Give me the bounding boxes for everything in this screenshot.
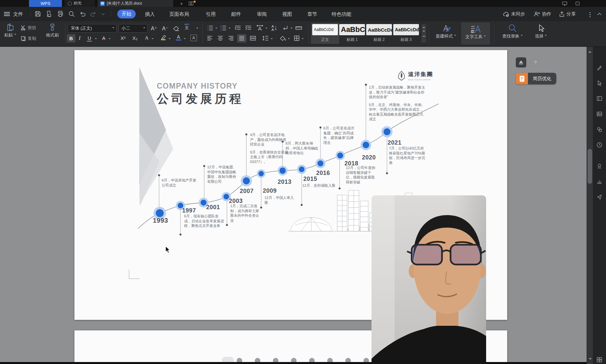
grow-font-button[interactable]: A⁺ <box>151 25 157 32</box>
cut-icon[interactable] <box>20 25 26 31</box>
share-send-icon[interactable] <box>596 194 603 200</box>
pinyin-guide-button[interactable]: wén 文 <box>184 23 189 30</box>
character-scale-caret[interactable] <box>265 28 267 30</box>
ribbon-tab-references[interactable]: 引用 <box>206 7 216 21</box>
font-size-select[interactable]: 小二 <box>119 24 148 33</box>
increase-indent-icon[interactable] <box>245 25 252 31</box>
ribbon-tab-mailings[interactable]: 邮件 <box>231 7 241 21</box>
shrink-font-button[interactable]: A⁻ <box>162 25 168 32</box>
select-button[interactable]: 选择 <box>531 24 551 39</box>
justify-button[interactable] <box>237 34 246 42</box>
strikethrough-button[interactable]: A <box>102 35 105 41</box>
align-right-icon[interactable] <box>228 36 234 41</box>
scrollbar-thumb[interactable] <box>588 149 592 184</box>
line-spacing-icon[interactable] <box>262 36 269 41</box>
image-tool-icon[interactable] <box>596 111 603 117</box>
font-color-button[interactable]: A <box>176 34 181 41</box>
hamburger-menu-icon[interactable] <box>4 12 10 16</box>
chart-tool-icon[interactable] <box>596 178 603 185</box>
bold-button[interactable]: B <box>67 34 75 42</box>
underline-caret[interactable] <box>95 38 97 40</box>
sort-icon[interactable] <box>271 25 277 31</box>
style-card-heading2[interactable]: AaBbCcDd <box>366 24 392 35</box>
numbered-list-icon[interactable] <box>220 25 227 31</box>
split-view-icon[interactable] <box>188 1 194 6</box>
styles-scroll-strip[interactable] <box>422 24 426 42</box>
numbered-list-caret[interactable] <box>229 28 231 30</box>
screen-cast-icon[interactable] <box>562 1 567 6</box>
upload-eject-button[interactable] <box>516 57 526 68</box>
paste-button[interactable]: 粘贴 <box>3 23 18 38</box>
tab-ruler-icon[interactable] <box>295 25 302 31</box>
wps-home-tab[interactable]: WPS <box>29 0 62 7</box>
decrease-indent-icon[interactable] <box>234 25 241 31</box>
resume-optimize-button[interactable]: 简历优化 <box>516 73 556 84</box>
shading-caret[interactable] <box>288 38 290 40</box>
font-color-caret[interactable] <box>184 38 186 40</box>
shading-icon[interactable] <box>279 36 286 41</box>
format-painter-button[interactable]: 格式刷 <box>42 23 63 38</box>
docer-tab[interactable]: 稻壳 <box>65 0 95 7</box>
annotate-pen-icon[interactable] <box>596 64 603 71</box>
new-style-button[interactable]: 新建样式 <box>433 24 458 39</box>
borders-caret[interactable] <box>302 38 304 40</box>
clear-format-eraser-icon[interactable] <box>173 25 180 32</box>
history-icon[interactable] <box>596 142 603 148</box>
style-card-normal[interactable]: AaBbCcDd <box>312 24 338 35</box>
redo-icon[interactable] <box>90 10 97 17</box>
file-menu-button[interactable]: 文件 <box>13 7 23 21</box>
line-spacing-caret[interactable] <box>271 38 273 40</box>
italic-button[interactable]: I <box>79 35 80 41</box>
bullet-list-caret[interactable] <box>215 28 217 30</box>
select-tool-icon[interactable] <box>596 80 603 86</box>
export-pdf-icon[interactable] <box>45 10 53 17</box>
vertical-scrollbar[interactable] <box>587 47 593 364</box>
collaborate-button[interactable]: 协作 <box>542 7 551 21</box>
scroll-down-arrow[interactable] <box>589 358 592 361</box>
text-effects-caret[interactable] <box>152 38 153 40</box>
new-tab-button[interactable]: + <box>178 0 185 7</box>
text-effects-button[interactable]: A <box>145 35 149 41</box>
borders-icon[interactable] <box>294 36 300 41</box>
document-canvas[interactable]: COMPANY HISTORY 公司发展历程 遠洋集團 SINO-OCEAN G… <box>0 47 606 364</box>
cut-button[interactable]: 剪切 <box>28 25 36 31</box>
shapes-tool-icon[interactable] <box>596 126 603 133</box>
collapse-ribbon-icon[interactable] <box>597 12 604 19</box>
more-options-icon[interactable] <box>588 11 592 18</box>
sync-status-label[interactable]: 未同步 <box>511 7 525 21</box>
copy-button[interactable]: 复制 <box>28 36 36 42</box>
underline-button[interactable]: U <box>87 35 92 42</box>
share-button[interactable]: 分享 <box>566 7 576 21</box>
ribbon-tab-page-layout[interactable]: 页面布局 <box>169 7 189 21</box>
ribbon-tab-section[interactable]: 章节 <box>307 7 317 21</box>
print-icon[interactable] <box>57 10 64 17</box>
ribbon-tab-insert[interactable]: 插入 <box>145 7 155 21</box>
ribbon-tab-view[interactable]: 视图 <box>282 7 292 21</box>
highlight-color-button[interactable] <box>160 34 167 40</box>
copy-icon[interactable] <box>20 36 26 41</box>
document-tab[interactable]: W [夹读]个人简历.docx <box>97 0 173 7</box>
style-card-heading1[interactable]: AaBbCcDd <box>339 24 365 35</box>
strikethrough-caret[interactable] <box>109 38 111 40</box>
print-preview-icon[interactable] <box>68 10 75 17</box>
find-replace-button[interactable]: 查找替换 <box>500 24 525 39</box>
layout-panel-icon[interactable] <box>596 95 603 102</box>
ribbon-tab-home[interactable]: 开始 <box>117 10 136 18</box>
stamp-seal-icon[interactable] <box>596 163 603 169</box>
subscript-button[interactable]: X₂ <box>132 35 138 41</box>
highlight-caret[interactable] <box>169 38 171 40</box>
apps-grid-icon[interactable] <box>596 356 603 363</box>
style-card-heading3[interactable]: AaBbCcDd <box>393 24 419 35</box>
bullet-list-icon[interactable] <box>207 25 213 31</box>
save-icon[interactable] <box>34 10 41 17</box>
align-left-icon[interactable] <box>207 36 213 41</box>
superscript-button[interactable]: X² <box>121 35 125 41</box>
help-button[interactable]: ? <box>531 58 540 67</box>
scroll-up-arrow[interactable] <box>588 49 592 53</box>
character-scale-icon[interactable] <box>256 24 263 31</box>
font-name-select[interactable]: 宋体 (正文) <box>68 24 117 33</box>
text-tool-button[interactable]: 文字工具 <box>461 22 490 44</box>
distribute-icon[interactable] <box>250 36 256 41</box>
ribbon-tab-review[interactable]: 审阅 <box>257 7 267 21</box>
pinyin-caret[interactable] <box>196 28 198 30</box>
